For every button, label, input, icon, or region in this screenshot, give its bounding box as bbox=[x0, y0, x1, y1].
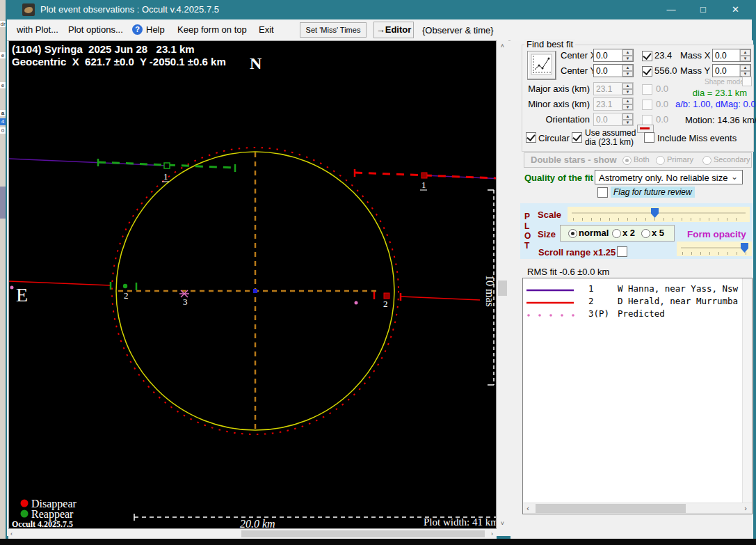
observer-row[interactable]: 2 D Herald, near Murrumba bbox=[523, 295, 742, 308]
double-stars-title: Double stars - show bbox=[531, 155, 617, 165]
editor-button[interactable]: →Editor bbox=[373, 22, 414, 38]
plot-canvas[interactable]: 1 1 bbox=[8, 40, 497, 529]
find-best-fit-title: Find best fit bbox=[524, 39, 575, 49]
maximize-button[interactable]: □ bbox=[687, 0, 719, 19]
menu-exit[interactable]: Exit bbox=[259, 24, 274, 35]
plot-vertical-scrollbar[interactable]: ˄ ˅ bbox=[497, 40, 508, 529]
help-icon[interactable]: ? bbox=[132, 24, 143, 35]
spin-down-icon[interactable]: ▼ bbox=[622, 71, 633, 77]
reappear-point bbox=[164, 163, 170, 168]
mass-x-field[interactable]: 0.0 ▲▼ bbox=[712, 49, 751, 62]
size-x2-radio[interactable] bbox=[612, 229, 621, 238]
fit-x-checkbox[interactable] bbox=[642, 51, 652, 61]
plot-letter-t: T bbox=[524, 241, 529, 251]
km-scale-label: 20.0 km bbox=[240, 518, 275, 528]
scroll-left-icon[interactable]: ‹ bbox=[10, 530, 13, 537]
window-title: Plot event observations : Occult v.4.202… bbox=[40, 4, 219, 15]
spin-up-icon[interactable]: ▲ bbox=[622, 49, 633, 56]
spin-up-icon[interactable]: ▲ bbox=[740, 49, 750, 56]
background-window-sliver: dr e e a 4 0 bbox=[0, 0, 6, 539]
minimize-button[interactable]: — bbox=[655, 0, 687, 19]
size-x5-label: x 5 bbox=[652, 228, 664, 238]
spin-up-icon[interactable]: ▲ bbox=[622, 65, 633, 71]
observer-row[interactable]: 1 W Hanna, near Yass, Nsw bbox=[523, 283, 742, 295]
fit-y-value-label: 556.0 bbox=[654, 65, 677, 76]
menu-keep-form-on-top[interactable]: Keep form on top bbox=[177, 24, 247, 35]
spin-down-icon[interactable]: ▼ bbox=[740, 56, 750, 62]
flag-review-checkbox[interactable] bbox=[597, 187, 608, 198]
scrollbar-thumb[interactable] bbox=[241, 530, 485, 537]
fit-y-checkbox[interactable] bbox=[642, 66, 652, 77]
spin-down-icon[interactable]: ▼ bbox=[740, 71, 750, 77]
quality-combobox[interactable]: Astrometry only. No reliable size ⌄ bbox=[595, 170, 743, 184]
scale-label: Scale bbox=[538, 210, 561, 220]
scrollbar-thumb[interactable] bbox=[498, 281, 507, 296]
find-fit-button[interactable] bbox=[527, 51, 556, 80]
center-x-field[interactable]: 0.0 ▲▼ bbox=[593, 49, 634, 62]
minor-axis-field: 23.1 ▲▼ bbox=[593, 97, 634, 111]
plot-letter-l: L bbox=[524, 221, 529, 231]
observers-listbox[interactable]: 1 W Hanna, near Yass, Nsw 2 D Herald, ne… bbox=[522, 278, 753, 514]
title-bar[interactable]: Plot event observations : Occult v.4.202… bbox=[7, 0, 752, 19]
spin-up-icon[interactable]: ▲ bbox=[740, 65, 750, 71]
listbox-vertical-scrollbar[interactable] bbox=[742, 278, 752, 503]
minor-axis-fit-checkbox bbox=[642, 100, 652, 110]
size-x5-radio[interactable] bbox=[641, 229, 650, 238]
observer-row[interactable]: 3(P) Predicted bbox=[523, 308, 742, 320]
plot-horizontal-scrollbar[interactable]: ‹ › bbox=[8, 529, 497, 539]
controls-panel: Find best fit Center X 0.0 ▲▼ 23.4 Mass … bbox=[510, 40, 753, 539]
plot-title-line2: Geocentric X 621.7 ±0.0 Y -2050.1 ±0.6 k… bbox=[12, 56, 226, 68]
rms-fit-label: RMS fit -0.6 ±0.0 km bbox=[527, 267, 609, 277]
form-opacity-slider[interactable] bbox=[677, 242, 752, 256]
scroll-left-icon[interactable]: ‹ bbox=[526, 505, 530, 512]
scroll-down-icon[interactable]: ˅ bbox=[497, 520, 508, 527]
mass-y-field[interactable]: 0.0 ▲▼ bbox=[712, 64, 751, 77]
form-opacity-label: Form opacity bbox=[687, 229, 746, 239]
slider-thumb[interactable] bbox=[651, 208, 659, 218]
double-primary-radio bbox=[656, 156, 665, 165]
major-axis-field: 23.1 ▲▼ bbox=[593, 82, 634, 95]
menu-help[interactable]: Help bbox=[146, 24, 165, 35]
set-miss-times-button[interactable]: Set 'Miss' Times bbox=[300, 22, 367, 38]
disappear-point bbox=[384, 293, 389, 299]
double-secondary-label: Secondary bbox=[714, 155, 750, 164]
menu-plot-options[interactable]: Plot options... bbox=[68, 24, 123, 35]
chord2-label-right: 2 bbox=[383, 299, 388, 309]
east-label: E bbox=[16, 284, 28, 306]
chord2-right: 2 bbox=[374, 292, 480, 309]
circular-checkbox[interactable] bbox=[526, 132, 536, 143]
motion-label: Motion: 14.36 km/s bbox=[685, 115, 756, 125]
screen: dr e e a 4 0 Plot event observations : O… bbox=[0, 0, 756, 545]
scroll-right-icon[interactable]: › bbox=[743, 505, 748, 512]
menu-with-plot[interactable]: with Plot... bbox=[17, 24, 58, 35]
center-y-field[interactable]: 0.0 ▲▼ bbox=[593, 64, 634, 77]
observer-number: 2 bbox=[588, 296, 594, 306]
listbox-horizontal-scrollbar[interactable]: ‹ › bbox=[523, 503, 752, 514]
close-button[interactable]: ✕ bbox=[719, 0, 752, 19]
chord2-left: 2 bbox=[9, 281, 136, 301]
sliver-block bbox=[0, 187, 6, 219]
spin-down-icon[interactable]: ▼ bbox=[622, 56, 633, 62]
reappear-dot-icon bbox=[21, 510, 29, 518]
predicted-path: 3 bbox=[10, 286, 358, 308]
scroll-up-icon[interactable]: ˄ bbox=[497, 42, 508, 49]
mass-x-label: Mass X bbox=[680, 50, 710, 61]
desktop-strip bbox=[0, 539, 756, 545]
menu-bar: with Plot... Plot options... ? Help Keep… bbox=[7, 19, 752, 41]
orientation-fit-checkbox bbox=[642, 115, 652, 125]
predicted-label: 3 bbox=[183, 297, 188, 307]
observer-name: D Herald, near Murrumba bbox=[618, 296, 738, 306]
include-miss-checkbox[interactable] bbox=[644, 132, 654, 143]
scale-slider[interactable] bbox=[568, 207, 750, 222]
scrollbar-thumb[interactable] bbox=[536, 504, 686, 513]
chord1-right: 1 bbox=[355, 169, 496, 190]
double-both-label: Both bbox=[634, 155, 650, 164]
occultation-plot[interactable]: 1 1 bbox=[9, 41, 496, 528]
slider-thumb[interactable] bbox=[741, 243, 748, 253]
shape-model-checkbox[interactable] bbox=[742, 77, 752, 86]
observer-number: 3(P) bbox=[588, 308, 609, 319]
size-normal-radio[interactable] bbox=[568, 229, 577, 238]
scroll-right-icon[interactable]: › bbox=[491, 530, 493, 537]
use-assumed-checkbox[interactable] bbox=[572, 132, 582, 143]
scroll-range-checkbox[interactable] bbox=[617, 246, 627, 257]
